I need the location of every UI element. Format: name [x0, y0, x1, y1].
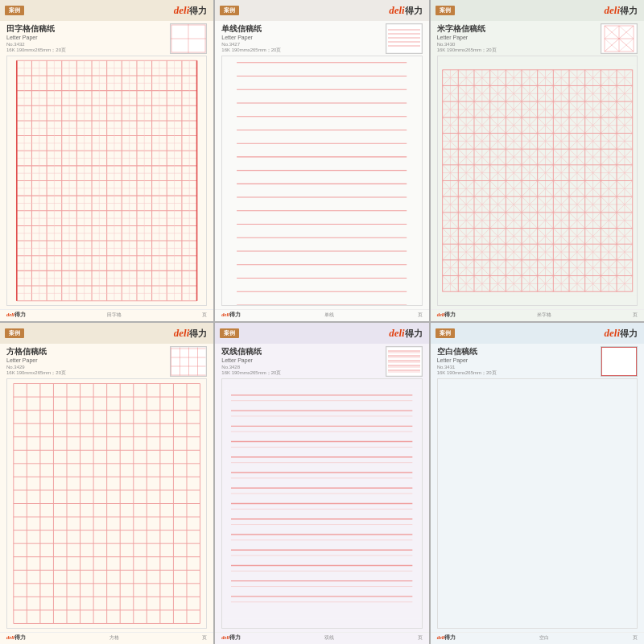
preview-thumb-mi — [601, 23, 638, 54]
title-en-double: Letter Paper — [221, 357, 380, 363]
footer-tian: deli得力 田字格 页 — [0, 309, 213, 321]
title-cn-fang: 方格信稿纸 — [6, 347, 165, 357]
footer-brand-mi: deli得力 — [437, 312, 456, 319]
title-en-tian: Letter Paper — [6, 35, 165, 40]
title-cn-tian: 田字格信稿纸 — [6, 24, 165, 35]
title-cn-mi: 米字格信稿纸 — [437, 24, 596, 35]
footer-brand-double: deli得力 — [221, 634, 241, 642]
brand-deli-double: deli得力 — [389, 327, 423, 340]
info-row-single: 单线信稿纸 Letter Paper No.342716K 190mmx265m… — [215, 21, 428, 56]
footer-style-tian: 田字格 — [107, 312, 122, 319]
title-en-mi: Letter Paper — [437, 35, 596, 40]
label-tag-fang: 案例 — [5, 328, 24, 338]
svg-rect-888 — [448, 379, 626, 628]
ruling-area-single — [221, 56, 422, 306]
info-left-mi: 米字格信稿纸 Letter Paper No.343016K 190mmx265… — [437, 24, 596, 54]
footer-brand-tian: deli得力 — [6, 312, 26, 319]
ruling-area-tian — [6, 56, 207, 306]
paper-item-mi: 案例 deli得力 米字格信稿纸 Letter Paper No.343016K… — [431, 0, 644, 321]
footer-page-mi: 页 — [633, 312, 638, 319]
footer-single: deli得力 单线 页 — [215, 309, 428, 321]
label-tag-double: 案例 — [220, 328, 239, 338]
footer-page-blank: 页 — [633, 634, 638, 642]
footer-page-fang: 页 — [202, 634, 207, 642]
title-en-fang: Letter Paper — [6, 357, 165, 363]
header-area-fang: 案例 deli得力 — [0, 323, 213, 344]
svg-rect-802 — [171, 347, 206, 376]
footer-style-double: 双线 — [324, 634, 334, 642]
header-area-tian: 案例 deli得力 — [0, 0, 213, 21]
preview-thumb-tian — [170, 23, 207, 54]
info-row-tian: 田字格信稿纸 Letter Paper No.343216K 190mmx265… — [0, 21, 213, 56]
header-area-double: 案例 deli得力 — [215, 323, 428, 344]
footer-style-blank: 空白 — [539, 634, 549, 642]
footer-brand-single: deli得力 — [221, 312, 241, 319]
info-row-double: 双线信稿纸 Letter Paper No.342816K 190mmx265m… — [215, 344, 428, 378]
brand-deli-mi: deli得力 — [605, 4, 638, 17]
paper-item-fang: 案例 deli得力 方格信稿纸 Letter Paper No.342916K … — [0, 323, 213, 644]
footer-page-single: 页 — [418, 312, 423, 319]
paper-item-tian: 案例 deli得力 田字格信稿纸 Letter Paper No.343216K… — [0, 0, 213, 321]
footer-double: deli得力 双线 页 — [215, 632, 428, 644]
ruling-area-mi — [437, 56, 638, 306]
footer-blank: deli得力 空白 页 — [431, 632, 644, 644]
footer-mi: deli得力 米字格 页 — [431, 309, 644, 321]
header-area-blank: 案例 deli得力 — [431, 323, 644, 344]
preview-thumb-double — [386, 346, 423, 377]
footer-style-single: 单线 — [324, 312, 334, 319]
header-area-single: 案例 deli得力 — [215, 0, 428, 21]
title-cn-blank: 空白信稿纸 — [437, 347, 596, 357]
meta-single: No.342716K 190mmx265mm；20页 — [221, 42, 380, 54]
svg-rect-65 — [386, 24, 422, 53]
header-area-mi: 案例 deli得力 — [431, 0, 644, 21]
brand-deli-single: deli得力 — [389, 4, 423, 17]
info-left-fang: 方格信稿纸 Letter Paper No.342916K 190mmx265m… — [6, 347, 165, 377]
svg-rect-71 — [229, 56, 415, 305]
preview-thumb-fang — [170, 346, 207, 377]
brand-deli-fang: deli得力 — [174, 327, 208, 340]
ruling-area-fang — [6, 378, 207, 629]
meta-blank: No.343116K 190mmx265mm；20页 — [437, 365, 596, 377]
paper-item-double: 案例 deli得力 双线信稿纸 Letter Paper No.342816K … — [215, 323, 428, 644]
label-tag-single: 案例 — [220, 6, 239, 15]
info-left-double: 双线信稿纸 Letter Paper No.342816K 190mmx265m… — [221, 347, 380, 377]
info-left-blank: 空白信稿纸 Letter Paper No.343116K 190mmx265m… — [437, 347, 596, 377]
info-row-blank: 空白信稿纸 Letter Paper No.343116K 190mmx265m… — [431, 344, 644, 378]
ruling-area-blank — [437, 378, 638, 629]
label-tag-mi: 案例 — [436, 6, 455, 15]
label-tag-tian: 案例 — [5, 6, 24, 15]
paper-item-single: 案例 deli得力 单线信稿纸 Letter Paper No.342716K … — [215, 0, 428, 321]
info-left-tian: 田字格信稿纸 Letter Paper No.343216K 190mmx265… — [6, 24, 165, 54]
footer-page-tian: 页 — [202, 312, 207, 319]
meta-tian: No.343216K 190mmx265mm；20页 — [6, 42, 165, 54]
meta-mi: No.343016K 190mmx265mm；20页 — [437, 42, 596, 54]
info-row-mi: 米字格信稿纸 Letter Paper No.343016K 190mmx265… — [431, 21, 644, 56]
footer-style-fang: 方格 — [109, 634, 119, 642]
svg-rect-887 — [601, 347, 637, 376]
title-en-blank: Letter Paper — [437, 357, 596, 363]
footer-fang: deli得力 方格 页 — [0, 632, 213, 644]
footer-style-mi: 米字格 — [537, 312, 551, 319]
preview-thumb-blank — [601, 346, 638, 377]
info-row-fang: 方格信稿纸 Letter Paper No.342916K 190mmx265m… — [0, 344, 213, 378]
footer-brand-fang: deli得力 — [6, 634, 26, 642]
ruling-area-double — [221, 378, 422, 629]
footer-brand-blank: deli得力 — [437, 634, 456, 642]
title-cn-single: 单线信稿纸 — [221, 24, 380, 35]
label-tag-blank: 案例 — [436, 328, 455, 338]
brand-deli-blank: deli得力 — [605, 327, 638, 340]
title-en-single: Letter Paper — [221, 35, 380, 40]
brand-deli-tian: deli得力 — [174, 4, 208, 17]
meta-double: No.342816K 190mmx265mm；20页 — [221, 365, 380, 377]
paper-item-blank: 案例 deli得力 空白信稿纸 Letter Paper No.343116K … — [431, 323, 644, 644]
preview-thumb-single — [386, 23, 423, 54]
title-cn-double: 双线信稿纸 — [221, 347, 380, 357]
meta-fang: No.342916K 190mmx265mm；20页 — [6, 365, 165, 377]
info-left-single: 单线信稿纸 Letter Paper No.342716K 190mmx265m… — [221, 24, 380, 54]
footer-page-double: 页 — [418, 634, 423, 642]
